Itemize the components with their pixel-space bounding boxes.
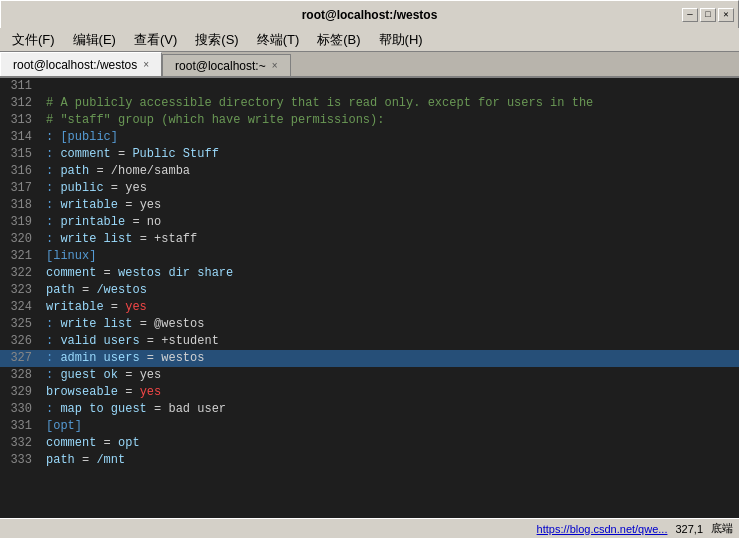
menu-item[interactable]: 标签(B) [309, 29, 368, 51]
status-bar: https://blog.csdn.net/qwe... 327,1 底端 [0, 518, 739, 538]
tab-close-icon[interactable]: × [272, 60, 278, 71]
menu-item[interactable]: 终端(T) [249, 29, 308, 51]
table-row: 317: public = yes [0, 180, 739, 197]
line-content: : [public] [38, 129, 739, 146]
menu-item[interactable]: 搜索(S) [187, 29, 246, 51]
line-content: : writable = yes [38, 197, 739, 214]
line-number: 322 [0, 265, 38, 282]
line-content: : comment = Public Stuff [38, 146, 739, 163]
line-number: 325 [0, 316, 38, 333]
line-content: writable = yes [38, 299, 739, 316]
line-content: [linux] [38, 248, 739, 265]
table-row: 313# "staff" group (which have write per… [0, 112, 739, 129]
line-number: 326 [0, 333, 38, 350]
cursor-position: 327,1 [675, 523, 703, 535]
table-row: 332 comment = opt [0, 435, 739, 452]
table-row: 326: valid users = +student [0, 333, 739, 350]
line-number: 327 [0, 350, 38, 367]
line-content: : public = yes [38, 180, 739, 197]
table-row: 327: admin users = westos [0, 350, 739, 367]
table-row: 329 browseable = yes [0, 384, 739, 401]
line-number: 320 [0, 231, 38, 248]
line-content: : write list = +staff [38, 231, 739, 248]
line-number: 314 [0, 129, 38, 146]
table-row: 325: write list = @westos [0, 316, 739, 333]
line-content: path = /westos [38, 282, 739, 299]
line-number: 311 [0, 78, 38, 95]
table-row: 331 [opt] [0, 418, 739, 435]
tab-0[interactable]: root@localhost:/westos× [0, 52, 162, 76]
line-content: : admin users = westos [38, 350, 739, 367]
maximize-button[interactable]: □ [700, 8, 716, 22]
table-row: 319: printable = no [0, 214, 739, 231]
line-number: 331 [0, 418, 38, 435]
table-row: 328: guest ok = yes [0, 367, 739, 384]
tab-1[interactable]: root@localhost:~× [162, 54, 290, 76]
line-content: # A publicly accessible directory that i… [38, 95, 739, 112]
table-row: 324 writable = yes [0, 299, 739, 316]
line-content: : map to guest = bad user [38, 401, 739, 418]
line-number: 324 [0, 299, 38, 316]
table-row: 314: [public] [0, 129, 739, 146]
line-content [38, 78, 739, 95]
line-number: 317 [0, 180, 38, 197]
table-row: 318: writable = yes [0, 197, 739, 214]
table-row: 322 comment = westos dir share [0, 265, 739, 282]
line-content: path = /mnt [38, 452, 739, 469]
menu-item[interactable]: 编辑(E) [65, 29, 124, 51]
table-row: 333 path = /mnt [0, 452, 739, 469]
line-content: # "staff" group (which have write permis… [38, 112, 739, 129]
close-button[interactable]: ✕ [718, 8, 734, 22]
code-lines: 311 312# A publicly accessible directory… [0, 78, 739, 469]
menu-bar: 文件(F)编辑(E)查看(V)搜索(S)终端(T)标签(B)帮助(H) [0, 28, 739, 52]
menu-item[interactable]: 查看(V) [126, 29, 185, 51]
line-number: 313 [0, 112, 38, 129]
line-content: comment = westos dir share [38, 265, 739, 282]
line-number: 318 [0, 197, 38, 214]
tab-bar: root@localhost:/westos×root@localhost:~× [0, 52, 739, 78]
line-number: 332 [0, 435, 38, 452]
line-content: : guest ok = yes [38, 367, 739, 384]
line-number: 316 [0, 163, 38, 180]
line-content: : path = /home/samba [38, 163, 739, 180]
table-row: 316: path = /home/samba [0, 163, 739, 180]
line-content: : valid users = +student [38, 333, 739, 350]
table-row: 312# A publicly accessible directory tha… [0, 95, 739, 112]
status-url[interactable]: https://blog.csdn.net/qwe... [537, 523, 668, 535]
line-number: 328 [0, 367, 38, 384]
minimize-button[interactable]: ─ [682, 8, 698, 22]
line-content: : write list = @westos [38, 316, 739, 333]
term-label: 底端 [711, 521, 733, 536]
table-row: 315: comment = Public Stuff [0, 146, 739, 163]
line-number: 321 [0, 248, 38, 265]
title-bar: root@localhost:/westos ─ □ ✕ [0, 0, 739, 28]
menu-item[interactable]: 文件(F) [4, 29, 63, 51]
line-content: [opt] [38, 418, 739, 435]
tab-close-icon[interactable]: × [143, 59, 149, 70]
tab-label: root@localhost:/westos [13, 58, 137, 72]
line-content: : printable = no [38, 214, 739, 231]
menu-item[interactable]: 帮助(H) [371, 29, 431, 51]
title-buttons: ─ □ ✕ [682, 8, 734, 22]
window-title: root@localhost:/westos [57, 8, 682, 22]
line-number: 329 [0, 384, 38, 401]
table-row: 330: map to guest = bad user [0, 401, 739, 418]
table-row: 311 [0, 78, 739, 95]
line-number: 333 [0, 452, 38, 469]
line-content: browseable = yes [38, 384, 739, 401]
table-row: 321 [linux] [0, 248, 739, 265]
line-number: 330 [0, 401, 38, 418]
tab-label: root@localhost:~ [175, 59, 266, 73]
line-number: 312 [0, 95, 38, 112]
table-row: 323 path = /westos [0, 282, 739, 299]
line-number: 323 [0, 282, 38, 299]
table-row: 320: write list = +staff [0, 231, 739, 248]
line-content: comment = opt [38, 435, 739, 452]
line-number: 315 [0, 146, 38, 163]
editor-area: 311 312# A publicly accessible directory… [0, 78, 739, 518]
line-number: 319 [0, 214, 38, 231]
